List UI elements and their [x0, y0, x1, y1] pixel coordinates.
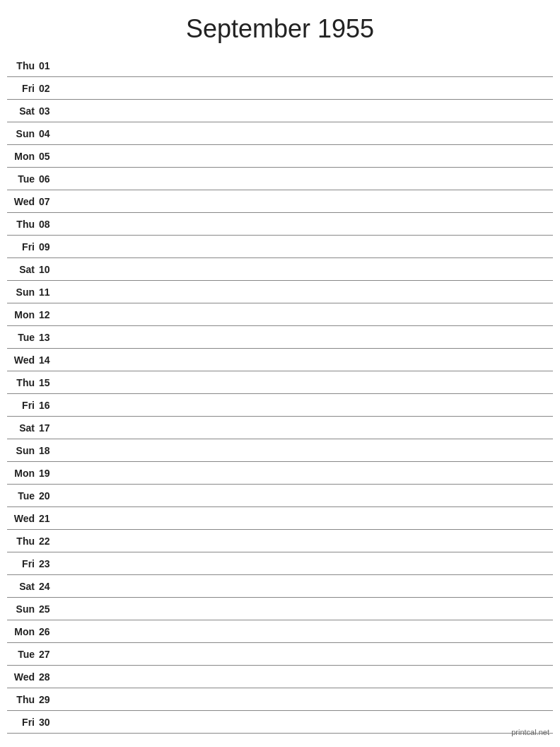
day-row: Mon12	[7, 303, 553, 326]
day-row: Fri02	[7, 77, 553, 100]
day-name: Tue	[7, 649, 39, 660]
day-row: Thu15	[7, 371, 553, 394]
day-line	[60, 156, 553, 156]
day-name: Tue	[7, 332, 39, 343]
day-number: 01	[39, 60, 60, 71]
day-row: Sun18	[7, 439, 553, 462]
day-number: 19	[39, 468, 60, 479]
day-line	[60, 540, 553, 541]
day-name: Wed	[7, 196, 39, 207]
day-line	[60, 133, 553, 134]
day-line	[60, 224, 553, 224]
calendar-container: Thu01Fri02Sat03Sun04Mon05Tue06Wed07Thu08…	[0, 54, 560, 734]
day-row: Fri30	[7, 711, 553, 734]
day-row: Tue27	[7, 643, 553, 666]
day-line	[60, 88, 553, 88]
day-row: Fri16	[7, 394, 553, 417]
day-number: 08	[39, 219, 60, 230]
day-name: Sat	[7, 264, 39, 275]
day-row: Fri23	[7, 552, 553, 575]
day-line	[60, 676, 553, 677]
day-line	[60, 563, 553, 564]
day-name: Fri	[7, 558, 39, 569]
day-name: Fri	[7, 717, 39, 728]
day-row: Tue06	[7, 168, 553, 190]
day-line	[60, 608, 553, 609]
day-name: Thu	[7, 60, 39, 71]
page-title: September 1955	[0, 0, 560, 54]
day-name: Wed	[7, 354, 39, 366]
day-number: 17	[39, 422, 60, 434]
day-line	[60, 201, 553, 202]
day-name: Mon	[7, 626, 39, 637]
day-line	[60, 291, 553, 292]
day-line	[60, 337, 553, 337]
day-line	[60, 110, 553, 111]
day-row: Wed07	[7, 190, 553, 213]
day-line	[60, 473, 553, 473]
day-name: Wed	[7, 671, 39, 683]
day-number: 28	[39, 671, 60, 683]
day-name: Fri	[7, 400, 39, 411]
day-name: Wed	[7, 513, 39, 524]
day-name: Tue	[7, 173, 39, 185]
day-number: 02	[39, 83, 60, 94]
day-name: Thu	[7, 377, 39, 388]
day-number: 18	[39, 445, 60, 456]
day-line	[60, 699, 553, 700]
day-number: 06	[39, 173, 60, 185]
day-row: Wed14	[7, 349, 553, 371]
day-number: 29	[39, 694, 60, 705]
day-name: Fri	[7, 83, 39, 94]
day-number: 03	[39, 105, 60, 117]
day-line	[60, 65, 553, 66]
day-row: Thu01	[7, 54, 553, 77]
day-name: Mon	[7, 468, 39, 479]
day-number: 26	[39, 626, 60, 637]
day-line	[60, 269, 553, 270]
day-line	[60, 654, 553, 654]
day-number: 07	[39, 196, 60, 207]
day-line	[60, 631, 553, 632]
day-number: 10	[39, 264, 60, 275]
day-row: Fri09	[7, 236, 553, 258]
day-name: Thu	[7, 535, 39, 547]
day-row: Mon26	[7, 620, 553, 643]
day-row: Thu29	[7, 688, 553, 711]
day-name: Sun	[7, 128, 39, 139]
day-number: 20	[39, 490, 60, 502]
day-row: Sat24	[7, 575, 553, 598]
day-number: 24	[39, 581, 60, 592]
day-line	[60, 178, 553, 179]
day-name: Sun	[7, 445, 39, 456]
day-name: Mon	[7, 151, 39, 162]
day-number: 15	[39, 377, 60, 388]
day-line	[60, 246, 553, 247]
day-name: Thu	[7, 694, 39, 705]
day-name: Fri	[7, 241, 39, 253]
day-number: 22	[39, 535, 60, 547]
day-line	[60, 427, 553, 428]
day-row: Thu22	[7, 530, 553, 552]
day-number: 25	[39, 603, 60, 615]
day-line	[60, 495, 553, 496]
day-name: Tue	[7, 490, 39, 502]
day-name: Sat	[7, 422, 39, 434]
day-line	[60, 722, 553, 722]
day-line	[60, 518, 553, 519]
day-number: 27	[39, 649, 60, 660]
day-number: 12	[39, 309, 60, 320]
day-row: Sun25	[7, 598, 553, 620]
day-line	[60, 450, 553, 451]
day-row: Wed21	[7, 507, 553, 530]
day-row: Sun04	[7, 122, 553, 145]
day-row: Mon19	[7, 462, 553, 485]
day-number: 30	[39, 717, 60, 728]
day-row: Tue20	[7, 485, 553, 507]
day-line	[60, 586, 553, 586]
day-row: Sun11	[7, 281, 553, 303]
day-number: 23	[39, 558, 60, 569]
day-row: Tue13	[7, 326, 553, 349]
day-name: Sat	[7, 581, 39, 592]
day-line	[60, 314, 553, 315]
